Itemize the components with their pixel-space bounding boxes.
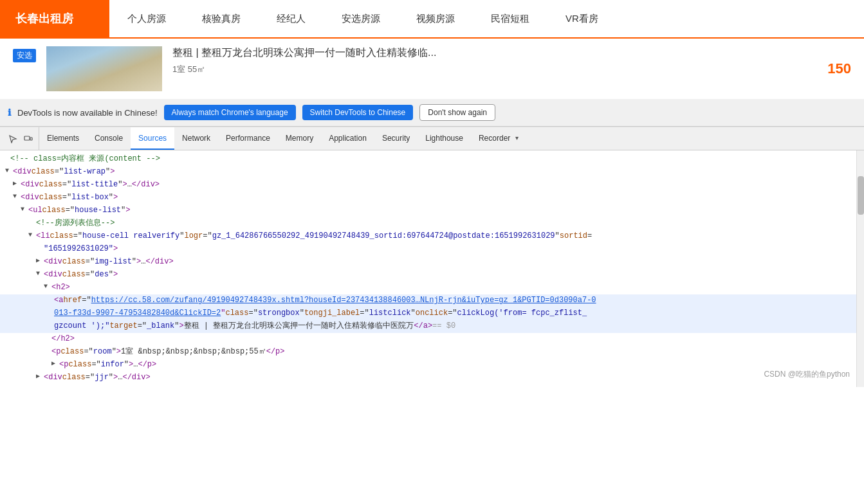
tab-security[interactable]: Security [374, 127, 418, 150]
site-nav: 个人房源 核验真房 经纪人 安选房源 视频房源 民宿短租 VR看房 [109, 0, 616, 37]
code-line: ▶ <p class="infor">…</p> [0, 359, 856, 372]
listing-info: 整租 | 整租万龙台北明珠公寓押一付一随时入住精装修临... 1室 55㎡ [172, 46, 817, 75]
listing-image [46, 46, 162, 91]
code-panel[interactable]: <!-- class=内容框 来源(content --> ▼ <div cla… [0, 150, 856, 387]
nav-item-6[interactable]: 民宿短租 [473, 0, 547, 37]
expand-arrow[interactable]: ▼ [36, 269, 44, 279]
tab-application[interactable]: Application [321, 127, 374, 150]
code-line: ▼ <li class="house-cell realverify" logr… [0, 230, 856, 243]
nav-item-1[interactable]: 个人房源 [109, 0, 184, 37]
scrollbar-track[interactable] [856, 150, 864, 387]
scrollbar-thumb[interactable] [858, 176, 864, 215]
notify-text: DevTools is now available in Chinese! [17, 108, 158, 118]
code-line: "1651992631029"> [0, 243, 856, 256]
nav-item-5[interactable]: 视频房源 [398, 0, 473, 37]
svg-rect-0 [24, 136, 30, 140]
code-line-highlighted: 013-f33d-9907-47953482840d&ClickID=2" cl… [0, 307, 856, 320]
nav-item-2[interactable]: 核验真房 [184, 0, 259, 37]
tab-memory[interactable]: Memory [278, 127, 321, 150]
expand-arrow[interactable]: ▼ [5, 166, 13, 176]
code-line: ▼ <h2> [0, 282, 856, 294]
code-line: ▶ <div class="jjr">…</div> [0, 372, 856, 384]
svg-rect-1 [30, 138, 32, 140]
site-header: 长春出租房 个人房源 核验真房 经纪人 安选房源 视频房源 民宿短租 VR看房 [0, 0, 864, 39]
code-line: <p class="room">1室 &nbsp;&nbsp;&nbsp;&nb… [0, 346, 856, 359]
tab-sources[interactable]: Sources [131, 127, 174, 150]
code-line: ▼ <ul class="house-list"> [0, 204, 856, 217]
match-language-button[interactable]: Always match Chrome's language [164, 105, 296, 120]
expand-arrow[interactable]: ▼ [21, 204, 28, 215]
device-toggle-icon[interactable] [22, 132, 35, 145]
tab-network[interactable]: Network [174, 127, 218, 150]
code-line: ▶ <div class="list-title">…</div> [0, 179, 856, 192]
expand-arrow[interactable]: ▼ [44, 282, 51, 292]
code-line: <!-- class=内容框 来源(content --> [0, 153, 856, 166]
switch-chinese-button[interactable]: Switch DevTools to Chinese [302, 105, 414, 120]
expand-arrow[interactable]: ▶ [13, 179, 21, 189]
tab-elements[interactable]: Elements [39, 127, 87, 150]
expand-arrow[interactable]: ▶ [51, 359, 59, 369]
code-line-highlighted: gzcount ');" target="_blank"> 整租 | 整租万龙台… [0, 320, 856, 333]
listing-badge: 安选 [13, 49, 36, 62]
code-line: ▶ <div class="img-list">…</div> [0, 256, 856, 269]
nav-item-4[interactable]: 安选房源 [324, 0, 398, 37]
watermark: CSDN @吃猫的鱼python [764, 368, 850, 381]
devtools-panel: Elements Console Sources Network Perform… [0, 127, 864, 387]
code-line: </h2> [0, 333, 856, 346]
devtools-content: <!-- class=内容框 来源(content --> ▼ <div cla… [0, 150, 864, 387]
listing-price: 150 [827, 60, 851, 77]
devtools-tabs: Elements Console Sources Network Perform… [0, 127, 864, 150]
code-line: <!--房源列表信息--> [0, 217, 856, 230]
nav-item-3[interactable]: 经纪人 [259, 0, 324, 37]
dont-show-button[interactable]: Don't show again [419, 104, 495, 121]
cursor-icon[interactable] [6, 132, 19, 145]
site-logo[interactable]: 长春出租房 [0, 0, 109, 38]
tab-console[interactable]: Console [87, 127, 131, 150]
expand-arrow[interactable]: ▼ [28, 230, 36, 240]
code-line: ▼ <div class="list-box"> [0, 192, 856, 204]
tab-performance[interactable]: Performance [218, 127, 278, 150]
expand-arrow[interactable]: ▶ [36, 372, 44, 382]
info-icon: ℹ [8, 107, 11, 118]
nav-item-7[interactable]: VR看房 [547, 0, 616, 37]
code-line: ▼ <div class="list-wrap"> [0, 166, 856, 179]
tab-recorder[interactable]: Recorder ▾ [471, 127, 526, 150]
devtools-notify-bar: ℹ DevTools is now available in Chinese! … [0, 99, 864, 127]
expand-arrow[interactable]: ▼ [13, 192, 21, 202]
expand-arrow[interactable]: ▶ [36, 256, 44, 266]
code-line-highlighted: <a href="https://cc.58.com/zufang/491904… [0, 294, 856, 307]
code-line: ▼ <div class="des"> [0, 269, 856, 282]
listing-card: 安选 整租 | 整租万龙台北明珠公寓押一付一随时入住精装修临... 1室 55㎡… [0, 39, 864, 99]
listing-title: 整租 | 整租万龙台北明珠公寓押一付一随时入住精装修临... [172, 46, 817, 60]
tab-lighthouse[interactable]: Lighthouse [418, 127, 471, 150]
listing-meta: 1室 55㎡ [172, 64, 817, 75]
tab-icon-area [3, 127, 39, 150]
